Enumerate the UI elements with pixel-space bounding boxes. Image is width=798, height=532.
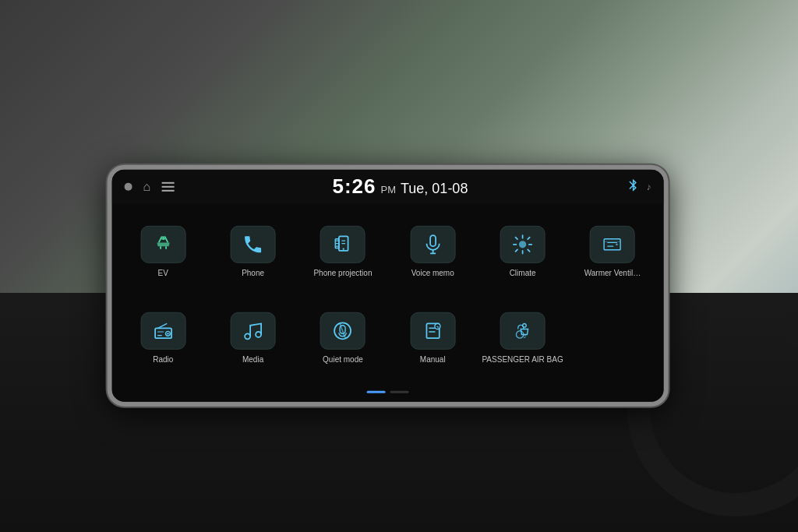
bluetooth-icon [627,178,641,195]
menu-line-3 [161,189,174,191]
camera-dot-icon [125,182,132,190]
svg-rect-8 [155,328,171,338]
app-grid: EV Phone [112,203,664,386]
passenger-airbag-label: PASSENGER AIR BAG [482,354,563,364]
svg-point-1 [343,248,344,249]
voice-memo-label: Voice memo [411,267,454,277]
app-phone[interactable]: Phone [208,208,298,294]
app-radio[interactable]: Radio [118,294,208,381]
date-display: Tue, 01-08 [401,181,468,197]
quiet-mode-icon-box [320,312,365,349]
app-climate[interactable]: Climate [478,208,567,294]
infotainment-screen: ⌂ 5:26 PM Tue, 01-08 ♪ [112,169,664,401]
warmer-ventil-label: Warmer Ventil… [584,267,641,277]
radio-icon-box [140,312,185,349]
app-phone-projection[interactable]: Phone projection [298,208,387,294]
app-manual[interactable]: Manual [388,294,478,381]
ev-icon-box [140,225,185,262]
app-quiet-mode[interactable]: Quiet mode [298,294,387,381]
phone-projection-icon-box [320,225,365,262]
svg-point-6 [519,241,526,248]
page-dot-1 [367,391,386,393]
manual-icon-box [410,312,455,349]
app-media[interactable]: Media [208,294,298,381]
warmer-ventil-icon-box [590,225,635,262]
screen-bezel: ⌂ 5:26 PM Tue, 01-08 ♪ [108,164,669,406]
climate-icon-box [500,225,546,262]
voice-memo-icon-box [410,225,455,262]
svg-point-12 [256,331,261,336]
app-voice-memo[interactable]: Voice memo [388,208,478,294]
audio-icon: ♪ [647,181,651,192]
quiet-mode-label: Quiet mode [323,354,363,364]
status-bar: ⌂ 5:26 PM Tue, 01-08 ♪ [112,169,664,203]
status-left: ⌂ [125,179,175,193]
menu-line-1 [161,181,174,183]
phone-label: Phone [242,267,264,277]
climate-label: Climate [510,267,536,277]
menu-line-2 [161,185,174,187]
passenger-airbag-icon-box: 2 [500,312,546,349]
status-right: ♪ [627,178,651,195]
svg-rect-7 [604,238,620,249]
svg-rect-3 [430,235,436,246]
page-indicator [112,386,664,401]
page-dot-2 [390,391,409,393]
media-icon-box [231,312,276,349]
app-passenger-airbag[interactable]: 2 PASSENGER AIR BAG [478,294,567,381]
manual-label: Manual [420,354,446,364]
svg-point-11 [245,333,250,339]
phone-projection-label: Phone projection [313,267,372,277]
ev-label: EV [158,267,168,277]
svg-point-10 [167,333,168,334]
app-warmer-ventil[interactable]: Warmer Ventil… [567,208,657,294]
time-period: PM [381,184,397,196]
app-ev[interactable]: EV [118,208,208,294]
svg-text:2: 2 [524,334,526,339]
home-icon[interactable]: ⌂ [143,179,151,193]
media-label: Media [242,354,263,364]
status-center: 5:26 PM Tue, 01-08 [332,174,468,199]
app-empty [567,294,657,381]
time-display: 5:26 [332,174,376,199]
radio-label: Radio [153,354,173,364]
menu-icon[interactable] [161,181,174,191]
phone-icon-box [231,225,276,262]
